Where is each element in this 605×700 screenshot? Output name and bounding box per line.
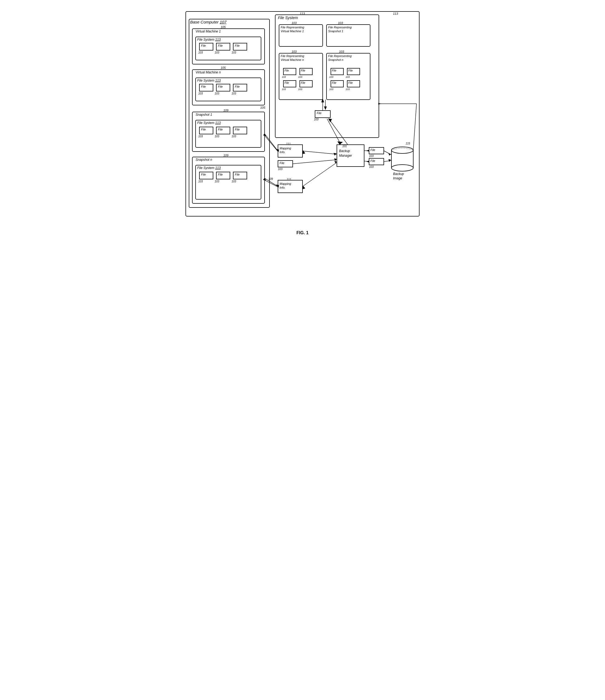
svg-marker-52: [328, 119, 332, 122]
backup-manager-label: BackupManager: [339, 149, 352, 158]
mappingn-109-ref: 109: [268, 177, 273, 180]
svg-marker-54: [337, 142, 343, 145]
backup-manager-ref: 101: [342, 145, 347, 148]
mapping1-file-label: File: [280, 161, 285, 165]
svg-line-62: [293, 160, 337, 164]
fs-outer-label: File System: [278, 16, 298, 20]
snapn-file2: File: [218, 173, 223, 176]
vmn-file2-ref: 103: [215, 92, 219, 95]
svg-point-46: [391, 147, 413, 153]
snap1-fs-label: File System 113: [197, 121, 221, 125]
fs-snapn-f3-ref: 103: [329, 88, 333, 91]
right-file1-ref: 103: [369, 154, 374, 157]
snap1-file3-ref: 103: [232, 135, 236, 138]
vmn-file2: File: [218, 85, 223, 88]
fs-vmn-ref: 103: [292, 50, 296, 53]
snapn-file3-ref: 103: [232, 180, 236, 183]
fs-outer-ref: 113: [300, 12, 305, 15]
diagram-container: 113 Base Computer 107 Virtual Machine 1 …: [185, 11, 420, 224]
svg-marker-67: [276, 184, 279, 188]
svg-marker-69: [335, 161, 337, 164]
fs-vmn-f2-ref: 103: [298, 76, 302, 78]
fs-vm1-ref: 103: [292, 21, 296, 25]
svg-marker-50: [324, 106, 327, 110]
snap1-file1: File: [201, 128, 206, 131]
fs-snapn-f4-ref: 103: [346, 88, 350, 91]
fs-snapn-f2-ref: 103: [346, 76, 350, 78]
fs-vmn-label: File RepresentingVirtual Machine n: [281, 54, 304, 62]
vm1-file2: File: [218, 44, 223, 47]
outer-ref: 113: [393, 12, 398, 15]
fs-vmn-f4: File: [301, 81, 305, 84]
fs-vmn-f1: File: [285, 69, 289, 72]
vmn-file3-ref: 103: [232, 92, 236, 95]
snap1-ref: 109: [223, 109, 228, 112]
fs-snapn-ref: 103: [339, 50, 344, 53]
fs-snap1-label: File RepresentingSnapshot 1: [328, 25, 351, 33]
vm1-file3-ref: 103: [232, 51, 236, 54]
right-file2-label: File: [370, 159, 375, 162]
fs-vm1-label: File RepresentingVirtual Machine 1: [281, 25, 304, 33]
svg-marker-65: [263, 178, 266, 180]
svg-line-77: [384, 160, 391, 161]
svg-marker-74: [388, 153, 391, 156]
snap1-file2: File: [218, 128, 223, 131]
svg-marker-58: [276, 149, 279, 152]
vm1-file1: File: [201, 44, 206, 47]
mapping1-file-ref: 103: [278, 168, 283, 171]
snap1-label: Snapshot 1: [195, 113, 212, 117]
svg-line-51: [330, 120, 348, 145]
svg-line-59: [302, 151, 337, 154]
svg-rect-42: [391, 147, 413, 169]
svg-marker-63: [334, 158, 337, 161]
svg-line-55: [265, 134, 278, 151]
fs-snapn-f4: File: [348, 81, 353, 84]
base-computer-label: Base Computer 107: [190, 20, 227, 24]
fs-snapn-f3: File: [332, 81, 336, 84]
svg-line-73: [384, 151, 391, 155]
svg-line-68: [302, 162, 337, 186]
svg-line-75: [364, 161, 369, 161]
fs-snapn-f1: File: [332, 69, 336, 72]
svg-rect-18: [195, 165, 261, 199]
svg-marker-48: [321, 98, 324, 102]
fs-vmn-f1-ref: 103: [282, 76, 286, 78]
snapn-file2-ref: 103: [215, 180, 219, 183]
vm1-file2-ref: 103: [215, 51, 219, 54]
fs-vmn-f3-ref: 103: [282, 88, 286, 91]
right-file2-ref: 103: [369, 166, 374, 169]
svg-marker-76: [366, 161, 369, 162]
svg-marker-60: [334, 153, 337, 156]
snapn-label: Snapshot n: [195, 158, 212, 161]
backup-image-ref: 115: [405, 142, 410, 145]
svg-rect-17: [192, 157, 265, 203]
fs-vmn-f2: File: [301, 69, 305, 72]
vm1-file1-ref: 103: [198, 51, 203, 54]
svg-line-53: [327, 119, 341, 144]
snapn-ref: 109: [223, 154, 228, 157]
svg-rect-12: [192, 112, 265, 152]
snap1-file2-ref: 103: [215, 135, 219, 138]
svg-rect-0: [186, 11, 419, 216]
mapping1-ref: 111: [286, 143, 291, 146]
fig-caption: FIG. 1: [185, 230, 420, 235]
svg-marker-56: [263, 133, 266, 136]
mapping1-label: MappingInfo.: [280, 146, 291, 154]
center-file-label: File: [317, 111, 322, 115]
vm1-fs-label: File System 113: [197, 38, 221, 42]
diagram-wrapper: 113 Base Computer 107 Virtual Machine 1 …: [180, 5, 425, 241]
right-file1-label: File: [370, 148, 375, 152]
vm1-label: Virtual Machine 1: [195, 29, 221, 33]
center-file-ref: 103: [314, 118, 319, 121]
snapn-file1: File: [201, 173, 206, 176]
snap1-file1-ref: 103: [198, 135, 203, 138]
fs-snap1-ref: 103: [338, 21, 343, 25]
snap1-file3: File: [235, 128, 240, 131]
snapn-file3: File: [235, 173, 240, 176]
vmn-ref: 105: [221, 66, 226, 69]
mappingn-label: MappingInfo.: [280, 182, 291, 190]
svg-point-45: [391, 165, 413, 171]
svg-marker-61: [302, 150, 305, 154]
mappingn-ref: 111: [287, 178, 291, 181]
svg-marker-72: [366, 150, 369, 152]
